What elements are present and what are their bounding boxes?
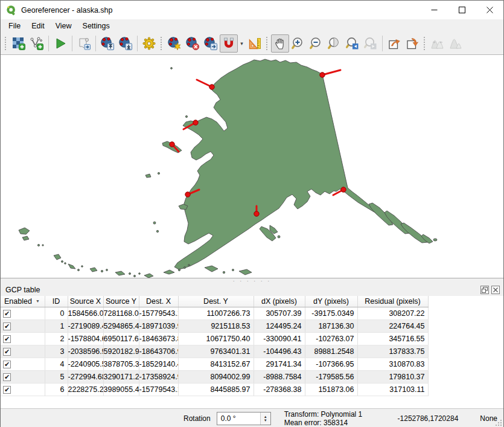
gcp-cell[interactable]: 6 [45,383,68,396]
zoom-next-button[interactable] [362,34,380,53]
gcp-cell[interactable]: 137833.75 [357,345,428,358]
gcp-cell[interactable]: 1 [45,319,68,332]
gcp-marker-dot[interactable] [193,120,198,125]
gcp-cell[interactable]: 8413152.67 [178,358,254,370]
toolbar-drag-handle[interactable] [423,36,426,51]
gcp-cell[interactable]: -272994.68 [68,370,103,383]
column-header-source-y[interactable]: Source Y [103,296,139,307]
gcp-cell[interactable]: 5 [45,370,68,383]
local-histogram-stretch-button[interactable] [447,34,465,53]
spin-down-icon[interactable]: ▼ [264,419,267,422]
gcp-cell[interactable]: -330090.41 [254,332,305,345]
gcp-cell[interactable]: 8094002.99 [178,370,254,383]
gcp-marker-dot[interactable] [341,187,346,192]
gcp-enabled-cell[interactable]: ✔ [1,307,45,319]
menu-file[interactable]: File [3,21,26,31]
gcp-cell[interactable]: 3878705.34 [103,358,139,370]
close-button[interactable] [476,1,503,19]
gcp-cell[interactable]: -18643706.95 [139,345,178,358]
gcp-cell[interactable]: 291741.34 [254,358,305,370]
gcp-cell[interactable]: -1578804.69 [68,332,103,345]
gcp-cell[interactable]: 10671750.40 [178,332,254,345]
gcp-cell[interactable]: 89881.2548 [305,345,357,358]
gcp-cell[interactable]: -18971039.95 [139,319,178,332]
gcp-enabled-checkbox[interactable]: ✔ [3,361,11,368]
gcp-marker-dot[interactable] [254,211,259,216]
gcp-cell[interactable]: 3989055.48 [103,383,139,396]
gcp-enabled-cell[interactable]: ✔ [1,358,45,370]
gcp-cell[interactable]: -2038596.95 [68,345,103,358]
gcp-cell[interactable]: 11007266.73 [178,307,254,319]
gcp-marker-dot[interactable] [170,142,174,147]
gcp-enabled-checkbox[interactable]: ✔ [3,310,11,318]
start-georeferencing-button[interactable] [51,34,69,53]
gcp-table-row[interactable]: ✔01584566.057281168.05-15779543.16110072… [1,307,428,319]
set-square-button[interactable] [246,34,264,53]
gcp-table-row[interactable]: ✔4-2240905.543878705.34-18529140.4084131… [1,358,428,370]
gcp-cell[interactable]: 7281168.05 [103,307,139,319]
column-header-residual[interactable]: Residual (pixels) [357,296,428,307]
toolbar-drag-handle[interactable] [4,36,7,51]
gcp-cell[interactable]: -107366.95 [305,358,357,370]
gcp-cell[interactable]: 4 [45,358,68,370]
open-vector-button[interactable] [28,34,46,53]
gcp-enabled-cell[interactable]: ✔ [1,332,45,345]
menu-edit[interactable]: Edit [26,21,50,31]
link-qgis-to-georeferencer-button[interactable] [403,34,421,53]
gcp-cell[interactable]: 151873.06 [305,383,357,396]
gcp-cell[interactable]: -2240905.54 [68,358,103,370]
gcp-enabled-cell[interactable]: ✔ [1,370,45,383]
snap-to-features-button[interactable] [220,34,238,53]
rotation-value[interactable]: 0.0 ° [217,414,260,423]
panel-splitter[interactable]: · · · · · · [1,278,503,283]
gcp-cell[interactable]: 310870.83 [357,358,428,370]
column-header-dy[interactable]: dY (pixels) [305,296,357,307]
column-header-dest-y[interactable]: Dest. Y [178,296,254,307]
gcp-enabled-checkbox[interactable]: ✔ [3,348,11,356]
gcp-cell[interactable]: 345716.55 [357,332,428,345]
snap-options-dropdown[interactable]: ▾ [238,34,246,53]
load-gcp-points-button[interactable] [98,34,116,53]
column-header-dest-x[interactable]: Dest. X [139,296,178,307]
gcp-cell[interactable]: 1584566.05 [68,307,103,319]
toolbar-drag-handle[interactable] [159,36,163,51]
gcp-cell[interactable]: -104496.43 [254,345,305,358]
gcp-table-row[interactable]: ✔62228275.213989055.48-15779543.16844588… [1,383,428,396]
link-georeferencer-to-qgis-button[interactable] [385,34,403,53]
add-point-button[interactable] [165,34,183,53]
open-raster-button[interactable] [10,34,28,53]
zoom-in-button[interactable] [289,34,307,53]
gcp-cell[interactable]: -102763.07 [305,332,357,345]
gcp-cell[interactable]: 317103.11 [357,383,428,396]
gcp-table-row[interactable]: ✔1-2719089.495294865.49-18971039.9592151… [1,319,428,332]
float-panel-button[interactable] [480,286,489,294]
gcp-enabled-checkbox[interactable]: ✔ [3,386,11,394]
gcp-enabled-checkbox[interactable]: ✔ [3,323,11,330]
maximize-button[interactable] [448,1,476,19]
gcp-enabled-cell[interactable]: ✔ [1,345,45,358]
gcp-cell[interactable]: 9763401.31 [178,345,254,358]
save-gcp-points-button[interactable] [116,34,135,53]
gcp-cell[interactable]: 0 [45,307,68,319]
gcp-cell[interactable]: 9215118.53 [178,319,254,332]
resize-grip[interactable] [495,419,502,426]
full-histogram-stretch-button[interactable] [429,34,447,53]
menu-settings[interactable]: Settings [77,21,115,31]
rotation-spinbox[interactable]: 0.0 ° ▲▼ [217,412,271,425]
pan-button[interactable] [271,34,289,53]
menu-view[interactable]: View [50,21,77,31]
gcp-enabled-checkbox[interactable]: ✔ [3,373,11,381]
generate-gdal-script-button[interactable] [75,34,93,53]
column-header-source-x[interactable]: Source X [68,296,103,307]
gcp-cell[interactable]: -2719089.49 [68,319,103,332]
gcp-cell[interactable]: 2 [45,332,68,345]
spinbox-arrows[interactable]: ▲▼ [260,413,270,425]
gcp-table-row[interactable]: ✔3-2038596.955920182.96-18643706.9597634… [1,345,428,358]
gcp-table-row[interactable]: ✔2-1578804.696950117.62-18463673.8010671… [1,332,428,345]
gcp-cell[interactable]: -39175.0349 [305,307,357,319]
gcp-marker-dot[interactable] [185,192,190,197]
transformation-settings-button[interactable] [140,34,158,53]
gcp-cell[interactable]: 224764.45 [357,319,428,332]
close-panel-button[interactable] [491,286,500,294]
minimize-button[interactable] [420,1,448,19]
